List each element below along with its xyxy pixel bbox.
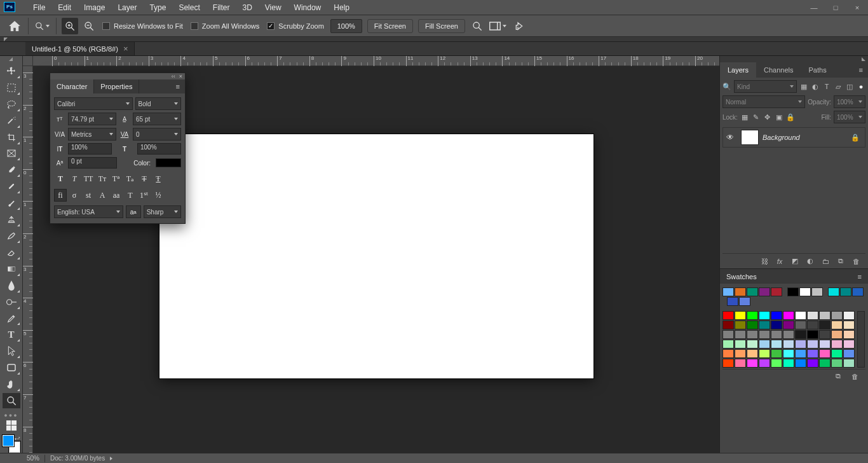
new-layer-icon[interactable]: ⧉	[836, 257, 845, 266]
tracking-field[interactable]: 0	[133, 128, 181, 141]
swatch[interactable]	[819, 349, 831, 358]
edit-toolbar-icon[interactable]	[3, 420, 20, 431]
swatch[interactable]	[771, 359, 782, 368]
swatch[interactable]	[807, 359, 818, 368]
swatch[interactable]	[747, 359, 758, 368]
character-menu-icon[interactable]: ≡	[171, 79, 185, 93]
swatch[interactable]	[747, 340, 758, 349]
pen-tool[interactable]	[3, 311, 20, 326]
magic-wand-tool[interactable]	[3, 113, 20, 128]
swatch[interactable]	[831, 349, 843, 358]
link-layers-icon[interactable]: ⛓	[760, 257, 769, 266]
swatch[interactable]	[819, 321, 831, 329]
layer-row[interactable]: 👁 Background 🔒	[722, 127, 865, 148]
swatch[interactable]	[807, 330, 818, 339]
tab-layers[interactable]: Layers	[720, 62, 756, 78]
opentype-7[interactable]: ½	[152, 189, 165, 202]
swatch[interactable]	[735, 321, 746, 329]
resize-windows-checkbox[interactable]: Resize Windows to Fit	[102, 22, 183, 30]
swatch[interactable]	[759, 330, 770, 339]
opentype-4[interactable]: aa	[110, 189, 123, 202]
swatch[interactable]	[771, 311, 782, 320]
crop-tool[interactable]	[3, 130, 20, 145]
menu-window[interactable]: Window	[288, 0, 328, 15]
swatch[interactable]	[783, 321, 794, 329]
opentype-3[interactable]: A	[96, 189, 109, 202]
filter-pixel-icon[interactable]: ▦	[799, 82, 808, 91]
blend-mode-select[interactable]: Normal	[722, 95, 805, 108]
swatch[interactable]	[811, 287, 823, 296]
swatch[interactable]	[783, 359, 794, 368]
panel-drag-handle[interactable]: ‹‹ ×	[50, 73, 185, 79]
swatch[interactable]	[759, 321, 770, 329]
swatch[interactable]	[783, 349, 794, 358]
swatch[interactable]	[735, 349, 746, 358]
swatch[interactable]	[722, 349, 734, 358]
marquee-tool[interactable]	[3, 80, 20, 95]
swatch[interactable]	[819, 330, 831, 339]
swatch[interactable]	[807, 311, 818, 320]
kerning-field[interactable]: Metrics	[68, 128, 116, 141]
tab-channels[interactable]: Channels	[756, 62, 801, 78]
blur-tool[interactable]	[3, 278, 20, 293]
layer-filter-kind[interactable]: Kind	[734, 80, 797, 93]
swatch[interactable]	[747, 311, 758, 320]
antialias-select[interactable]: Sharp	[144, 205, 181, 218]
eyedropper-tool[interactable]	[3, 162, 20, 177]
swatch[interactable]	[840, 287, 851, 296]
type-style-5[interactable]: Tₐ	[124, 172, 137, 185]
document-tab-close[interactable]: ×	[123, 46, 128, 52]
delete-layer-icon[interactable]: 🗑	[851, 257, 860, 266]
opentype-0[interactable]: fi	[54, 189, 67, 202]
lock-transparency-icon[interactable]: ▦	[740, 113, 749, 121]
history-brush-tool[interactable]	[3, 228, 20, 244]
layer-fx-icon[interactable]: fx	[775, 257, 784, 266]
swatch[interactable]	[799, 287, 811, 296]
language-select[interactable]: English: USA	[54, 205, 123, 218]
fit-screen-button[interactable]: Fit Screen	[367, 19, 413, 33]
frame-tool[interactable]	[3, 146, 20, 162]
scrubby-zoom-checkbox[interactable]: Scrubby Zoom	[267, 22, 324, 30]
eraser-tool[interactable]	[3, 245, 20, 260]
dodge-tool[interactable]	[3, 294, 20, 310]
filter-smart-icon[interactable]: ◫	[845, 82, 854, 91]
swatch[interactable]	[843, 330, 855, 339]
character-panel[interactable]: ‹‹ × Character Properties ≡ Calibri Bold…	[50, 73, 186, 224]
menu-filter[interactable]: Filter	[207, 0, 236, 15]
font-size-field[interactable]: 74.79 pt	[68, 113, 116, 125]
clone-stamp-tool[interactable]	[3, 212, 20, 227]
type-style-1[interactable]: T	[68, 172, 81, 185]
swatch[interactable]	[739, 297, 750, 306]
swatch[interactable]	[722, 330, 734, 339]
opentype-1[interactable]: σ	[68, 189, 81, 202]
type-style-2[interactable]: TT	[82, 172, 95, 185]
swatch[interactable]	[722, 340, 734, 349]
swatch[interactable]	[819, 311, 831, 320]
swatch[interactable]	[735, 330, 746, 339]
canvas[interactable]	[159, 134, 593, 378]
swatch[interactable]	[771, 340, 782, 349]
swatch[interactable]	[819, 359, 831, 368]
layer-name[interactable]: Background	[763, 134, 800, 141]
status-doc[interactable]: Doc: 3.00M/0 bytes	[50, 455, 105, 462]
swatch[interactable]	[759, 359, 770, 368]
swatch[interactable]	[759, 311, 770, 320]
font-style-select[interactable]: Bold	[135, 97, 181, 110]
path-select-tool[interactable]	[3, 343, 20, 359]
window-maximize[interactable]: □	[825, 1, 846, 14]
swatch[interactable]	[735, 340, 746, 349]
lasso-tool[interactable]	[3, 97, 20, 112]
swatch[interactable]	[735, 311, 746, 320]
swatch[interactable]	[771, 321, 782, 329]
swatch[interactable]	[843, 340, 855, 349]
collapse-strip[interactable]	[0, 37, 868, 42]
swatch[interactable]	[795, 321, 806, 329]
swatch[interactable]	[759, 340, 770, 349]
swatch[interactable]	[722, 311, 734, 320]
fill-field[interactable]: 100%	[834, 111, 865, 123]
swatch[interactable]	[787, 287, 799, 296]
lock-position-icon[interactable]: ✥	[763, 113, 772, 121]
swatch[interactable]	[747, 321, 758, 329]
swatch[interactable]	[795, 330, 806, 339]
lock-pixels-icon[interactable]: ✎	[752, 113, 761, 121]
